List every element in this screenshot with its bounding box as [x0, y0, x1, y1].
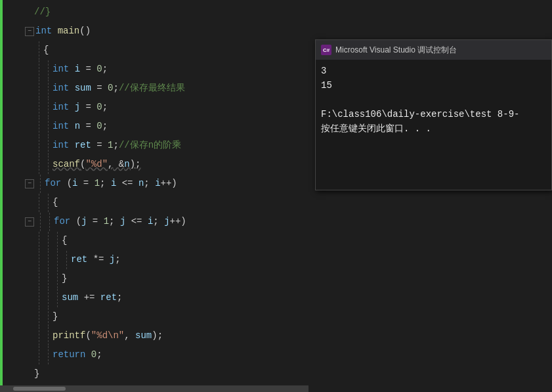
code-content: printf("%d\n", sum);	[53, 326, 163, 345]
console-output-5: 按任意键关闭此窗口. . .	[321, 121, 546, 136]
code-line-4: int i = 0;	[0, 60, 308, 79]
code-content: for (i = 1; i <= n; i++)	[45, 174, 177, 193]
scrollbar-thumb[interactable]	[13, 387, 66, 391]
code-content: return 0;	[53, 345, 102, 364]
code-content: {	[53, 193, 58, 212]
console-titlebar: C# Microsoft Visual Studio 调试控制台	[316, 40, 551, 60]
code-content: int ret = 1;//保存n的阶乘	[53, 136, 181, 155]
code-line-2: − int main()	[0, 22, 308, 41]
code-content: for (j = 1; j <= i; j++)	[54, 212, 186, 231]
code-line-6: int j = 0;	[0, 98, 308, 117]
code-line-5: int sum = 0;//保存最终结果	[0, 79, 308, 98]
code-line-1: //}	[0, 3, 308, 22]
code-content: int sum = 0;//保存最终结果	[53, 79, 185, 98]
code-editor: //} − int main() { int i	[0, 0, 308, 392]
console-title: Microsoft Visual Studio 调试控制台	[335, 45, 457, 56]
code-line-15: }	[0, 269, 308, 288]
console-output-2: 15	[321, 78, 546, 93]
code-content: int j = 0;	[53, 98, 108, 117]
console-window: C# Microsoft Visual Studio 调试控制台 3 15 F:…	[315, 39, 552, 190]
code-line-10: − for (i = 1; i <= n; i++)	[0, 174, 308, 193]
code-line-13: {	[0, 231, 308, 250]
code-line-9: scanf("%d", &n);	[0, 155, 308, 174]
code-line-17: }	[0, 307, 308, 326]
code-content: }	[34, 364, 39, 383]
code-content: sum += ret;	[62, 288, 122, 307]
horizontal-scrollbar[interactable]	[0, 385, 308, 392]
code-content: {	[62, 231, 67, 250]
collapse-button[interactable]: −	[25, 217, 34, 227]
collapse-button[interactable]: −	[25, 27, 34, 36]
console-output-3	[321, 93, 546, 107]
code-line-18: printf("%d\n", sum);	[0, 326, 308, 345]
code-content: //}	[34, 3, 51, 22]
code-content: scanf("%d", &n);	[53, 155, 140, 174]
code-content: {	[43, 41, 49, 60]
vs-icon: C#	[321, 45, 331, 55]
code-line-12: − for (j = 1; j <= i; j++)	[0, 212, 308, 231]
code-content: int n = 0;	[53, 117, 108, 136]
code-content: int main()	[35, 22, 91, 41]
code-lines: //} − int main() { int i	[0, 0, 308, 386]
console-body: 3 15 F:\class106\daily-exercise\test 8-9…	[316, 60, 551, 190]
code-line-8: int ret = 1;//保存n的阶乘	[0, 136, 308, 155]
code-line-20: }	[0, 364, 308, 383]
console-output-4: F:\class106\daily-exercise\test 8-9-	[321, 107, 546, 121]
code-content: }	[62, 269, 67, 288]
code-content: ret *= j;	[71, 250, 121, 269]
console-output-1: 3	[321, 64, 546, 78]
code-line-7: int n = 0;	[0, 117, 308, 136]
code-content: int i = 0;	[53, 60, 108, 79]
code-line-11: {	[0, 193, 308, 212]
code-line-19: return 0;	[0, 345, 308, 364]
code-line-14: ret *= j;	[0, 250, 308, 269]
collapse-button[interactable]: −	[25, 179, 34, 188]
code-line-3: {	[0, 41, 308, 60]
code-line-16: sum += ret;	[0, 288, 308, 307]
code-content: }	[53, 307, 58, 326]
